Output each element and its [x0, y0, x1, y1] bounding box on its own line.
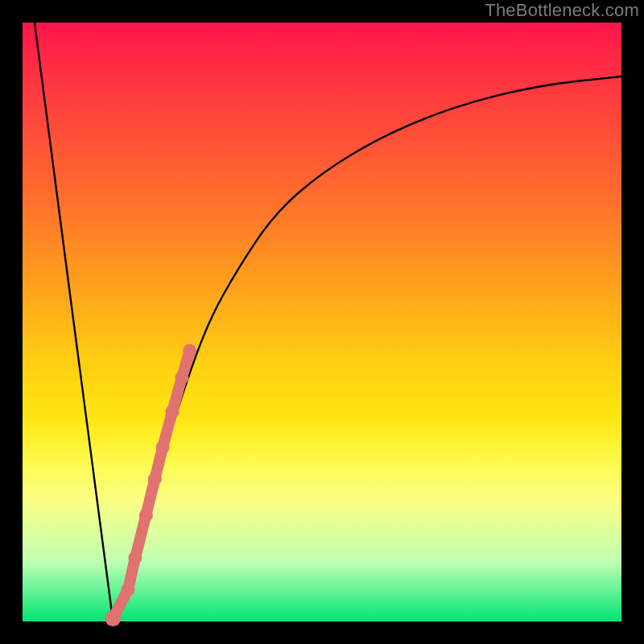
bottleneck-curve-path	[35, 23, 621, 615]
marker-dot	[156, 440, 170, 454]
plot-area	[23, 23, 621, 621]
marker-dot	[166, 405, 180, 419]
watermark-text: TheBottleneck.com	[485, 0, 639, 21]
curve-group	[35, 23, 621, 615]
marker-dot	[128, 551, 142, 565]
marker-dot	[105, 610, 121, 626]
marker-dot	[121, 583, 134, 597]
chart-svg	[23, 23, 621, 621]
chart-frame: TheBottleneck.com	[0, 0, 644, 644]
marker-dot	[139, 509, 153, 522]
marker-dot	[175, 371, 188, 385]
marker-group	[105, 344, 196, 626]
marker-dot	[148, 472, 162, 485]
marker-dot	[183, 344, 196, 357]
